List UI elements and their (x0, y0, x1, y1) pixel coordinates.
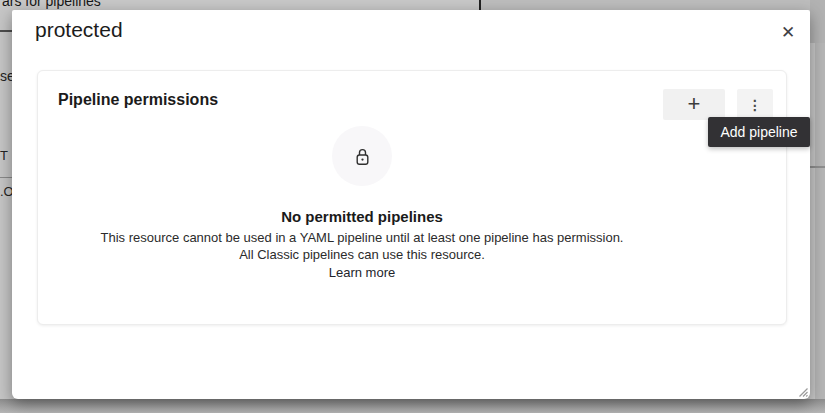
pipeline-permissions-dialog: protected ✕ Pipeline permissions + ⋮ No … (12, 10, 810, 399)
background-right-top-block (810, 0, 825, 43)
page-background: { "background": { "top_text_fragment": "… (0, 0, 825, 413)
background-right-panel-edge (815, 0, 825, 399)
background-text-fragment: .O (0, 184, 12, 199)
dialog-title: protected (35, 18, 123, 42)
add-pipeline-tooltip: Add pipeline (708, 117, 810, 147)
close-button[interactable]: ✕ (772, 16, 804, 48)
background-top-strip: ars for pipelines (0, 0, 825, 10)
background-left-strip: se T .O (0, 10, 12, 399)
background-bottom-strip (0, 399, 825, 413)
background-divider-line (810, 166, 825, 168)
add-pipeline-button[interactable]: + (663, 89, 725, 120)
background-right-strip (810, 0, 825, 399)
background-divider-line (0, 177, 12, 178)
background-divider-line (0, 30, 12, 32)
kebab-menu-icon: ⋮ (748, 98, 762, 112)
background-top-right-segment (481, 0, 825, 10)
close-icon: ✕ (781, 24, 795, 41)
empty-state-line2: All Classic pipelines can use this resou… (38, 247, 686, 264)
lock-icon (354, 147, 371, 166)
resize-handle[interactable] (796, 385, 809, 398)
empty-state-line1: This resource cannot be used in a YAML p… (38, 230, 686, 247)
empty-state: No permitted pipelines This resource can… (38, 121, 786, 282)
tooltip-label: Add pipeline (720, 124, 797, 140)
learn-more-link[interactable]: Learn more (329, 265, 395, 282)
background-text-fragment: T (0, 148, 8, 163)
lock-circle (332, 126, 392, 186)
card-title: Pipeline permissions (58, 91, 218, 109)
more-options-button[interactable]: ⋮ (737, 89, 773, 120)
background-text-fragment: se (0, 68, 12, 84)
background-text-fragment: ars for pipelines (2, 0, 101, 9)
background-column-divider (479, 0, 481, 10)
resize-grip-icon (796, 385, 809, 398)
plus-icon: + (688, 93, 701, 115)
empty-state-heading: No permitted pipelines (38, 208, 686, 225)
pipeline-permissions-card: Pipeline permissions + ⋮ No permitted pi… (37, 70, 787, 325)
